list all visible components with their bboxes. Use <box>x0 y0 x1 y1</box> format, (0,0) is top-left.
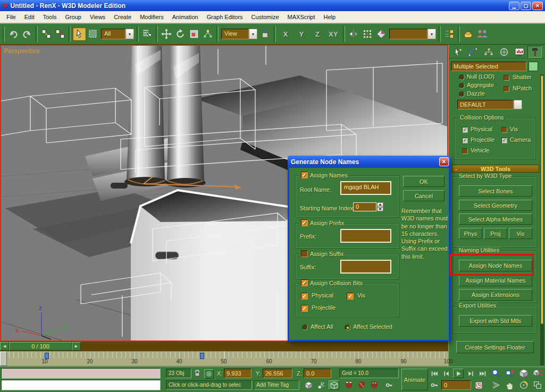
x-coord-field[interactable]: 9.933 <box>224 369 251 378</box>
menu-views[interactable]: Views <box>86 12 110 22</box>
panel-scrollbar[interactable] <box>540 74 544 365</box>
menu-modifiers[interactable]: Modifiers <box>136 12 168 22</box>
assign-prefix-checkbox[interactable] <box>301 219 308 226</box>
dropdown-arrow-icon[interactable] <box>125 29 134 39</box>
cancel-button[interactable]: Cancel <box>403 190 445 201</box>
percent-snap-icon[interactable] <box>369 380 380 390</box>
dlg-projectile-checkbox[interactable] <box>301 305 308 312</box>
starting-index-input[interactable]: 0 <box>353 202 376 211</box>
physical-checkbox[interactable] <box>462 127 468 133</box>
zoom-all-icon[interactable] <box>504 368 516 379</box>
unlink-selection-icon[interactable] <box>53 27 67 41</box>
time-tag-marker[interactable] <box>200 353 204 359</box>
assign-suffix-checkbox[interactable] <box>301 250 308 257</box>
schematic-view-icon[interactable] <box>442 27 456 41</box>
snap-toggle-icon[interactable] <box>343 380 354 390</box>
select-geometry-button[interactable]: Select Geometry <box>459 200 532 211</box>
selection-name-field[interactable]: Multiple Selected <box>451 62 526 71</box>
pan-hand-icon[interactable] <box>504 380 516 390</box>
selection-lock-icon[interactable] <box>193 369 202 378</box>
listener-box[interactable] <box>1 380 161 390</box>
array-icon[interactable] <box>360 27 374 41</box>
select-and-link-icon[interactable] <box>39 27 53 41</box>
zoom-extents-icon[interactable] <box>518 368 530 379</box>
assign-extensions-button[interactable]: Assign Extensions <box>459 289 532 301</box>
spinner-down-icon[interactable] <box>377 207 383 212</box>
ok-button[interactable]: OK <box>403 176 445 187</box>
panel-scrollbar-thumb[interactable] <box>541 75 543 324</box>
restrict-x-button[interactable]: X <box>278 30 294 38</box>
selection-filter-dropdown[interactable]: All <box>101 29 134 39</box>
zoom-icon[interactable] <box>490 368 502 379</box>
select-and-manipulate-icon[interactable] <box>201 27 215 41</box>
menu-edit[interactable]: Edit <box>20 12 39 22</box>
dazzle-radio[interactable] <box>459 91 465 97</box>
frame-forward-icon[interactable] <box>72 342 81 351</box>
render-teapot-icon[interactable] <box>462 27 475 41</box>
tab-hierarchy-icon[interactable] <box>481 46 496 58</box>
menu-file[interactable]: File <box>2 12 20 22</box>
w3d-tools-rollout[interactable]: W3D Tools <box>452 165 539 173</box>
align-icon[interactable] <box>374 27 388 41</box>
object-color-swatch[interactable] <box>529 62 538 71</box>
prefix-input[interactable] <box>340 229 391 243</box>
vis-checkbox[interactable] <box>501 127 507 133</box>
go-to-start-icon[interactable] <box>430 369 439 378</box>
angle-snap-icon[interactable] <box>356 380 367 390</box>
dropdown-arrow-icon[interactable] <box>249 29 257 39</box>
use-pivot-center-icon[interactable] <box>258 27 272 41</box>
dlg-vis-checkbox[interactable] <box>347 293 354 300</box>
menu-group[interactable]: Group <box>61 12 86 22</box>
tab-create-icon[interactable] <box>450 46 465 58</box>
menu-tools[interactable]: Tools <box>39 12 61 22</box>
shatter-checkbox[interactable] <box>504 75 509 81</box>
select-and-scale-icon[interactable] <box>187 27 201 41</box>
menu-create[interactable]: Create <box>110 12 136 22</box>
tab-modify-icon[interactable] <box>466 46 480 58</box>
dialog-title-bar[interactable]: Generate Node Names ✕ <box>288 156 450 168</box>
tab-motion-icon[interactable] <box>497 46 511 58</box>
camera-checkbox[interactable] <box>501 138 507 143</box>
affect-selected-radio[interactable] <box>345 325 350 330</box>
time-slider-handle[interactable] <box>0 352 7 366</box>
tab-display-icon[interactable] <box>512 46 526 58</box>
reference-coordinate-dropdown[interactable]: View <box>221 29 257 39</box>
select-by-name-icon[interactable] <box>140 27 154 41</box>
proj-button[interactable]: Proj <box>484 228 507 239</box>
affect-all-radio[interactable] <box>302 325 308 330</box>
tab-utilities-icon[interactable] <box>527 46 542 58</box>
dlg-physical-checkbox[interactable] <box>301 293 308 300</box>
null-lod-radio[interactable] <box>459 74 465 80</box>
title-bar[interactable]: Ψ Untitled - RenX - W3D Modeler Edition … <box>0 0 545 11</box>
rectangular-selection-icon[interactable] <box>86 27 100 41</box>
phys-button[interactable]: Phys <box>459 228 482 239</box>
time-slider[interactable]: 0 / 100 <box>9 342 72 351</box>
select-alpha-meshes-button[interactable]: Select Alpha Meshes <box>459 214 532 225</box>
suffix-input[interactable] <box>340 260 391 274</box>
zoom-extents-all-icon[interactable] <box>532 368 543 379</box>
dazzle-type-dropdown[interactable]: DEFAULT <box>457 100 522 109</box>
npatch-checkbox[interactable] <box>504 86 509 92</box>
assign-names-checkbox[interactable] <box>301 172 308 178</box>
close-button[interactable]: ✕ <box>532 2 543 10</box>
crossing-selection-icon[interactable] <box>303 380 314 390</box>
arc-rotate-icon[interactable] <box>518 380 530 390</box>
mirror-icon[interactable] <box>347 27 360 41</box>
menu-graph-editors[interactable]: Graph Editors <box>203 12 247 22</box>
timeline-ruler[interactable]: 10 20 30 40 50 60 70 80 90 100 <box>0 351 448 367</box>
export-std-mtls-button[interactable]: Export with Std Mtls <box>459 315 532 327</box>
vehicle-checkbox[interactable] <box>462 148 468 154</box>
next-frame-icon[interactable] <box>466 369 475 378</box>
dropdown-arrow-icon[interactable] <box>427 29 436 39</box>
minimize-button[interactable]: ▁ <box>509 2 519 10</box>
menu-animation[interactable]: Animation <box>168 12 203 22</box>
projectile-checkbox[interactable] <box>462 138 468 143</box>
y-coord-field[interactable]: 26.556 <box>263 369 292 378</box>
paint-selection-icon[interactable] <box>316 380 326 390</box>
select-and-move-icon[interactable] <box>160 27 173 41</box>
previous-frame-icon[interactable] <box>441 369 451 378</box>
min-max-toggle-icon[interactable] <box>532 380 543 390</box>
spinner-up-icon[interactable] <box>377 202 383 207</box>
z-coord-field[interactable]: 0.0 <box>304 369 331 378</box>
time-configuration-icon[interactable] <box>473 380 484 390</box>
